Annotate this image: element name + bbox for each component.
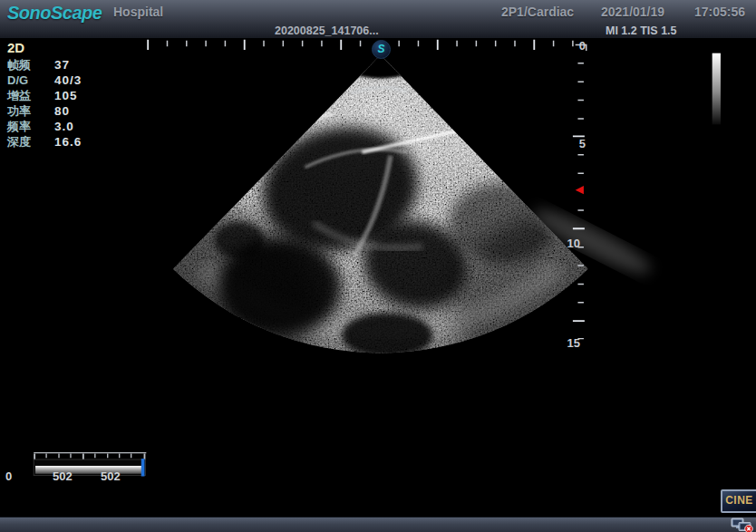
image-parameter-panel: 2D 帧频 37 D/G 40/3 增益 105 功率 80 频率 3.0 xyxy=(7,40,82,150)
focus-marker-icon xyxy=(576,186,584,194)
cine-position-marker xyxy=(141,459,145,476)
ultrasound-screen: SonoScape Hospital 2P1/Cardiac 2021/01/1… xyxy=(0,0,756,532)
brand-logo: SonoScape xyxy=(7,3,102,24)
probe-orientation-marker-icon: S xyxy=(372,40,391,59)
exam-id: 20200825_141706... xyxy=(275,24,379,37)
scan-sector xyxy=(65,44,703,401)
param-row-dg: D/G 40/3 xyxy=(7,73,82,88)
cine-button[interactable]: CINE xyxy=(721,489,756,513)
depth-label-5: 5 xyxy=(566,137,586,150)
probe-preset-label: 2P1/Cardiac xyxy=(501,5,574,19)
depth-label-10: 10 xyxy=(560,237,580,250)
hospital-name: Hospital xyxy=(113,5,163,19)
param-row-depth: 深度 16.6 xyxy=(7,134,82,150)
cine-progress-bar[interactable] xyxy=(34,459,145,476)
depth-label-15: 15 xyxy=(560,336,580,350)
param-row-gain: 增益 105 xyxy=(7,88,82,103)
acoustic-indices: MI 1.2 TIS 1.5 xyxy=(606,24,677,37)
param-row-power: 功率 80 xyxy=(7,103,82,119)
cine-scale-mid: 502 xyxy=(53,469,73,483)
param-row-frame-rate: 帧频 37 xyxy=(7,57,82,73)
top-ruler xyxy=(148,40,573,50)
network-disconnected-icon xyxy=(731,517,754,532)
mode-label: 2D xyxy=(7,40,82,55)
param-row-frequency: 频率 3.0 xyxy=(7,119,82,134)
ultrasound-image xyxy=(0,38,756,517)
subheader-bar: 20200825_141706... MI 1.2 TIS 1.5 xyxy=(0,24,756,39)
system-date: 2021/01/19 xyxy=(601,5,664,19)
depth-label-0: 0 xyxy=(566,39,586,53)
cine-scale-end: 502 xyxy=(101,469,121,483)
header-bar: SonoScape Hospital 2P1/Cardiac 2021/01/1… xyxy=(0,0,756,24)
grayscale-bar xyxy=(712,53,721,125)
cine-scale-start: 0 xyxy=(5,469,12,483)
system-time: 17:05:56 xyxy=(694,5,745,19)
status-bar xyxy=(0,517,756,532)
image-viewport: 2D 帧频 37 D/G 40/3 增益 105 功率 80 频率 3.0 xyxy=(0,38,756,517)
